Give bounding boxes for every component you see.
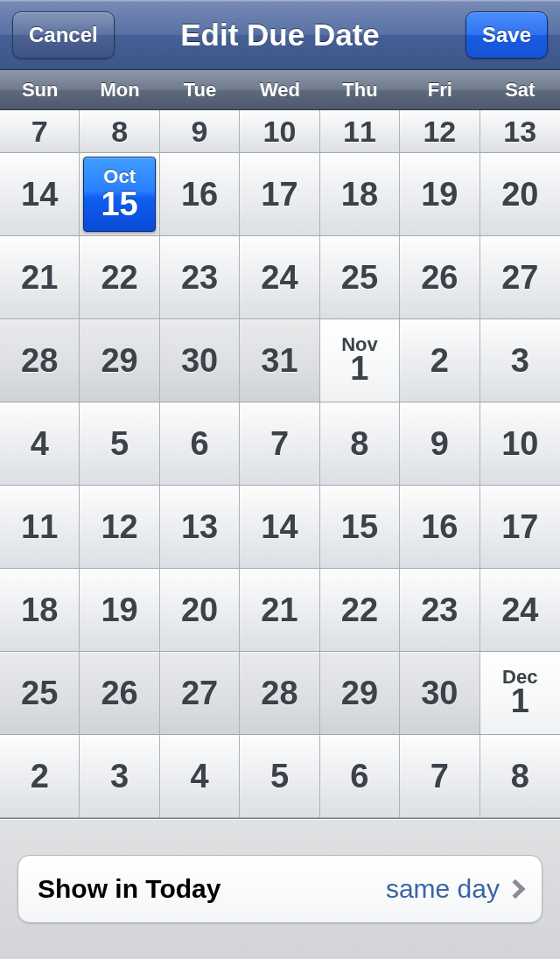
calendar-cell[interactable]: 21 (240, 569, 319, 652)
day-number: 9 (430, 425, 449, 463)
calendar-cell[interactable]: 8 (80, 110, 159, 153)
calendar-cell[interactable]: 2 (400, 319, 480, 402)
calendar-cell[interactable]: 22 (320, 569, 400, 652)
calendar-cell[interactable]: 10 (240, 110, 319, 153)
calendar-cell[interactable]: 11 (0, 486, 80, 569)
calendar-cell[interactable]: 2 (0, 735, 80, 818)
calendar-cell[interactable]: 4 (160, 735, 240, 818)
day-number: 21 (21, 259, 58, 297)
calendar-cell[interactable]: 9 (160, 110, 240, 153)
calendar-cell[interactable]: 4 (0, 402, 80, 486)
selected-day-label: 15 (101, 186, 137, 223)
calendar-cell[interactable]: 15 (320, 486, 400, 569)
day-number: 8 (511, 758, 529, 795)
weekday-sun: Sun (0, 70, 80, 109)
calendar-cell[interactable]: 13 (160, 486, 240, 569)
day-number: 27 (181, 675, 218, 712)
day-number: 5 (110, 425, 129, 463)
calendar-cell[interactable]: 7 (400, 735, 480, 818)
calendar-cell[interactable]: 24 (240, 236, 319, 319)
calendar-cell[interactable]: 17 (240, 153, 319, 236)
calendar-cell[interactable]: 20 (160, 569, 240, 652)
calendar-cell[interactable]: Oct15 (80, 153, 159, 236)
calendar-cell[interactable]: 29 (320, 652, 400, 735)
calendar-cell[interactable]: 19 (400, 153, 480, 236)
calendar-cell[interactable]: 25 (320, 236, 400, 319)
cancel-label: Cancel (29, 23, 98, 47)
calendar-cell[interactable]: 8 (320, 402, 400, 486)
calendar-cell[interactable]: 18 (320, 153, 400, 236)
save-button[interactable]: Save (466, 11, 548, 59)
calendar-cell[interactable]: 23 (400, 569, 480, 652)
calendar-cell[interactable]: 27 (480, 236, 560, 319)
day-number: 21 (261, 592, 298, 629)
weekday-sat: Sat (480, 70, 560, 109)
calendar-cell[interactable]: 22 (80, 236, 159, 319)
day-number: 23 (181, 259, 218, 297)
calendar-cell[interactable]: 26 (80, 652, 159, 735)
calendar-cell[interactable]: 24 (480, 569, 560, 652)
calendar-cell[interactable]: 7 (240, 402, 319, 486)
calendar-cell[interactable]: 5 (240, 735, 319, 818)
calendar-cell[interactable]: 30 (400, 652, 480, 735)
calendar-cell[interactable]: Nov1 (320, 319, 400, 402)
calendar-cell[interactable]: 23 (160, 236, 240, 319)
calendar-cell[interactable]: 5 (80, 402, 159, 486)
day-number: 15 (341, 508, 378, 546)
show-in-today-row[interactable]: Show in Today same day (18, 855, 542, 923)
calendar-cell[interactable]: 26 (400, 236, 480, 319)
day-number: 7 (430, 758, 449, 795)
day-number: 17 (501, 508, 538, 546)
calendar-cell[interactable]: 14 (240, 486, 319, 569)
calendar-cell[interactable]: Dec1 (480, 652, 560, 735)
calendar-cell[interactable]: 19 (80, 569, 159, 652)
day-number: 23 (421, 592, 458, 629)
day-number: 6 (190, 425, 208, 463)
calendar-cell[interactable]: 10 (480, 402, 560, 486)
calendar-cell[interactable]: 11 (320, 110, 400, 153)
show-in-today-value: same day (386, 874, 522, 904)
calendar-cell[interactable]: 8 (480, 735, 560, 818)
day-number: 25 (341, 259, 378, 297)
calendar-cell[interactable]: 9 (400, 402, 480, 486)
day-number: 12 (101, 508, 137, 546)
weekday-wed: Wed (240, 70, 319, 109)
calendar-cell[interactable]: 12 (80, 486, 159, 569)
page-title: Edit Due Date (180, 18, 380, 52)
day-number: 20 (181, 592, 218, 629)
calendar-cell[interactable]: 3 (80, 735, 159, 818)
day-number: 8 (350, 425, 368, 463)
calendar-cell[interactable]: 12 (400, 110, 480, 153)
day-number: 2 (31, 758, 49, 795)
day-number: 17 (261, 176, 298, 214)
day-number: 28 (261, 675, 298, 712)
calendar-cell[interactable]: 13 (480, 110, 560, 153)
day-number: 11 (21, 508, 58, 546)
calendar-cell[interactable]: 31 (240, 319, 319, 402)
calendar-cell[interactable]: 7 (0, 110, 80, 153)
calendar-cell[interactable]: 3 (480, 319, 560, 402)
calendar-cell[interactable]: 16 (400, 486, 480, 569)
calendar-cell[interactable]: 6 (160, 402, 240, 486)
calendar-cell[interactable]: 16 (160, 153, 240, 236)
calendar-cell[interactable]: 29 (80, 319, 159, 402)
calendar-cell[interactable]: 18 (0, 569, 80, 652)
calendar-cell[interactable]: 25 (0, 652, 80, 735)
chevron-right-icon (506, 879, 526, 900)
calendar-cell[interactable]: 14 (0, 153, 80, 236)
weekday-thu: Thu (320, 70, 400, 109)
calendar-cell[interactable]: 20 (480, 153, 560, 236)
calendar-cell[interactable]: 6 (320, 735, 400, 818)
day-number: 26 (101, 675, 137, 712)
calendar-cell[interactable]: 21 (0, 236, 80, 319)
day-number: 13 (181, 508, 218, 546)
calendar-cell[interactable]: 27 (160, 652, 240, 735)
calendar-cell[interactable]: 17 (480, 486, 560, 569)
calendar-cell[interactable]: 28 (0, 319, 80, 402)
cancel-button[interactable]: Cancel (12, 11, 115, 59)
calendar-cell[interactable]: 28 (240, 652, 319, 735)
day-number: 2 (430, 342, 449, 380)
calendar-cell[interactable]: 30 (160, 319, 240, 402)
day-number: 3 (110, 758, 129, 795)
bottom-panel: Show in Today same day (0, 818, 560, 959)
